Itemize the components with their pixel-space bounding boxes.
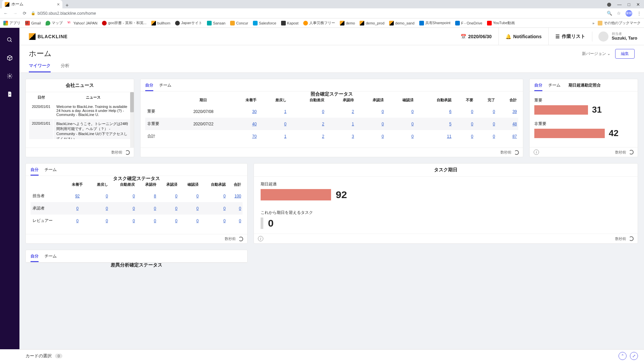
refresh-icon[interactable]	[629, 150, 634, 155]
bell-icon: 🔔	[505, 34, 511, 39]
bookmark-item[interactable]: Kapost	[281, 21, 299, 25]
card-tab-self[interactable]: 自分	[534, 82, 542, 91]
star-icon[interactable]: ☆	[617, 11, 621, 16]
user-menu[interactable]: 担当者 Suzuki, Taro	[592, 32, 637, 42]
card-title: 期日超過勘定照合	[569, 82, 601, 91]
minimize-icon[interactable]: —	[617, 2, 622, 7]
bookmark-item[interactable]: Sansan	[207, 21, 225, 25]
news-row: 2020/01/01Welcome to BlackLine. Training…	[29, 103, 132, 119]
recon-status-table: 期日未着手差戻し自動差戻承認待承認済確認済自動承認不要完了合計 重要2020/0…	[145, 95, 518, 142]
forward-icon[interactable]: →	[12, 11, 18, 16]
tab-title: ホーム	[11, 1, 23, 7]
zoom-icon[interactable]: 🔍	[607, 11, 612, 16]
bookmark-item[interactable]: 共有Sharepoint	[419, 20, 450, 25]
kebab-menu-icon[interactable]: ⋮	[637, 11, 641, 16]
maximize-icon[interactable]: □	[628, 2, 630, 7]
card-title: タスク確定ステータス	[113, 176, 160, 182]
refresh-icon[interactable]	[238, 237, 243, 241]
reload-icon[interactable]: ⟳	[21, 11, 28, 16]
card-title: 会社ニュース	[66, 82, 94, 88]
table-row: 担当者92008000100	[31, 190, 243, 202]
favicon-icon	[5, 2, 9, 7]
card-title: タスク期日	[434, 167, 458, 173]
browser-tab-bar: ホーム × + — □ ✕	[0, 0, 644, 8]
svg-rect-4	[9, 94, 11, 95]
url-text: bl350.sbus2.blackline.com/home	[38, 11, 96, 16]
refresh-icon[interactable]	[629, 236, 634, 241]
scrollbar[interactable]	[130, 92, 134, 147]
page-title: ホーム	[29, 49, 52, 59]
bookmark-item[interactable]: YouTube動画	[487, 20, 515, 25]
new-tab-button[interactable]: +	[62, 2, 72, 8]
browser-tab[interactable]: ホーム ×	[2, 0, 62, 8]
dashboard: 会社ニュース 日付ニュース 2020/01/01Welcome to Black…	[19, 73, 644, 349]
version-select[interactable]: 新バージョン ⌄	[582, 51, 610, 57]
table-row: 合計 7012300110087	[145, 130, 518, 142]
app-logo[interactable]: BLACKLINE	[29, 33, 68, 40]
card-tab-team[interactable]: チーム	[45, 167, 57, 176]
due-bar-overdue[interactable]	[261, 189, 331, 200]
edit-button[interactable]: 編集	[615, 49, 635, 59]
card-tab-team[interactable]: チーム	[159, 82, 171, 91]
profile-avatar-icon[interactable]: 俊樹	[626, 10, 632, 17]
tab-mywork[interactable]: マイワーク	[29, 63, 51, 72]
bookmark-item[interactable]: bullhorn	[151, 21, 170, 25]
bookmark-item[interactable]: demo_prod	[360, 21, 384, 25]
bookmark-item[interactable]: 人事労務フリー	[303, 20, 335, 25]
bookmark-item[interactable]: demo	[340, 21, 355, 25]
tab-close-icon[interactable]: ×	[57, 2, 60, 7]
browser-toolbar: ← → ⟳ 🔒 bl350.sbus2.blackline.com/home 🔍…	[0, 8, 644, 18]
table-row: レビュアー00000000	[31, 215, 243, 227]
table-row: 非重要2020/07/22 400210050048	[145, 118, 518, 130]
close-window-icon[interactable]: ✕	[636, 2, 640, 7]
card-tab-team[interactable]: チーム	[45, 253, 57, 262]
card-tab-self[interactable]: 自分	[31, 253, 39, 262]
window-controls: — □ ✕	[603, 1, 644, 8]
back-icon[interactable]: ←	[3, 11, 9, 16]
bookmark-item[interactable]: demo_sand	[389, 21, 415, 25]
bookmark-item[interactable]: Salesforce	[253, 21, 276, 25]
info-icon[interactable]: i	[534, 149, 539, 155]
bar-important[interactable]	[534, 105, 588, 115]
news-row: 2020/01/01BlackLineへようこそ。トレーニングは24時間利用可能…	[29, 119, 132, 139]
bookmarks-overflow-icon[interactable]: »	[592, 21, 594, 25]
bookmark-item[interactable]: F - OneDrive	[455, 21, 482, 25]
page-titlebar: ホーム 新バージョン ⌄ 編集 マイワーク 分析	[19, 45, 644, 73]
tab-analysis[interactable]: 分析	[61, 63, 69, 72]
bookmark-item[interactable]: Y!Yahoo! JAPAN	[67, 21, 98, 25]
info-icon[interactable]: i	[258, 236, 263, 241]
bookmark-item[interactable]: Concur	[230, 21, 248, 25]
logo-text: BLACKLINE	[38, 34, 68, 39]
card-recon-status: 自分 チーム 照合確定ステータス 期日未着手差戻し自動差戻承認待承認済確認済自動…	[140, 79, 523, 157]
search-icon[interactable]	[6, 37, 13, 43]
user-name: Suzuki, Taro	[612, 36, 637, 41]
card-title: 照合確定ステータス	[311, 91, 353, 97]
gear-icon[interactable]	[6, 73, 13, 79]
table-row: 重要2020/07/08 301020060039	[145, 105, 518, 118]
lock-icon: 🔒	[31, 11, 36, 15]
period-date[interactable]: 📅 2020/06/30	[454, 28, 498, 45]
bookmark-item[interactable]: Japanサイト	[175, 20, 202, 25]
card-tab-self[interactable]: 自分	[31, 167, 39, 176]
account-dot-icon[interactable]	[607, 3, 611, 7]
address-bar[interactable]: 🔒 bl350.sbus2.blackline.com/home	[31, 11, 603, 16]
card-title: 差異分析確定ステータス	[111, 262, 162, 268]
worklist-button[interactable]: ☰ 作業リスト	[548, 28, 592, 45]
bar-nonimportant[interactable]	[534, 129, 605, 138]
bookmark-item[interactable]: マップ	[46, 20, 63, 25]
cube-icon[interactable]	[6, 55, 13, 61]
bookmark-item[interactable]: goo辞書 - 英和・和英...	[102, 20, 146, 25]
refresh-icon[interactable]	[514, 150, 519, 155]
app-sidebar	[0, 28, 19, 349]
bookmark-item[interactable]: MGmail	[25, 21, 41, 25]
document-icon[interactable]	[6, 91, 13, 98]
notifications-button[interactable]: 🔔 Notifications	[498, 28, 548, 45]
card-variance-status: 自分 チーム 差異分析確定ステータス	[25, 250, 248, 263]
card-company-news: 会社ニュース 日付ニュース 2020/01/01Welcome to Black…	[25, 79, 134, 157]
apps-shortcut[interactable]: アプリ	[3, 20, 20, 25]
card-tab-self[interactable]: 自分	[145, 82, 153, 91]
card-tab-team[interactable]: チーム	[548, 82, 560, 91]
due-bar-upcoming[interactable]	[261, 218, 263, 229]
refresh-icon[interactable]	[125, 150, 130, 155]
other-bookmarks[interactable]: その他のブックマーク	[598, 20, 641, 25]
